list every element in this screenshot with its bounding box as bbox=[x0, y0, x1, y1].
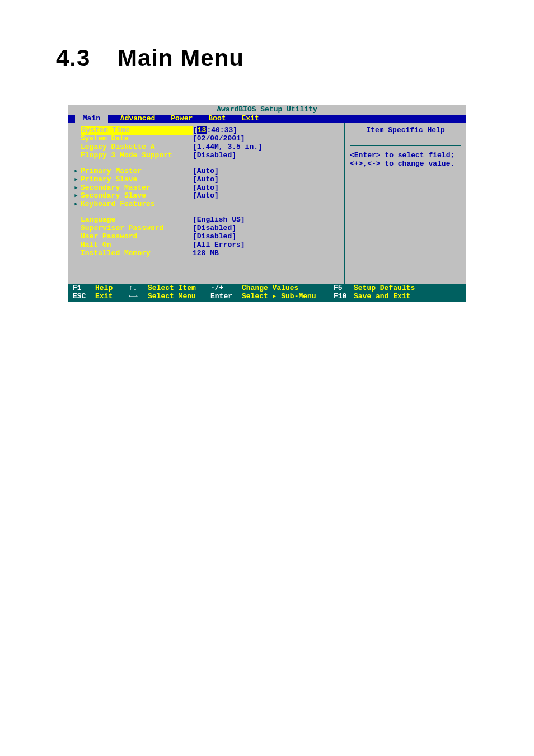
field-value: [Auto] bbox=[193, 184, 219, 192]
row-primary-master[interactable]: ▸ Primary Master [Auto] bbox=[74, 167, 339, 176]
help-title: Item Specific Help bbox=[350, 126, 461, 146]
footer-key: Enter bbox=[210, 293, 242, 301]
row-secondary-slave[interactable]: ▸ Secondary Slave [Auto] bbox=[74, 192, 339, 200]
footer-desc: Help bbox=[95, 284, 129, 293]
tab-main[interactable]: Main bbox=[75, 115, 108, 123]
field-label: Legacy Diskette A bbox=[81, 143, 193, 152]
row-system-time[interactable]: System Time [13:40:33] bbox=[74, 126, 339, 135]
field-value: [Auto] bbox=[193, 176, 219, 184]
row-supervisor-password[interactable]: Supervisor Password [Disabled] bbox=[74, 224, 339, 233]
tab-advanced[interactable]: Advanced bbox=[113, 115, 163, 123]
footer-key: ←→ bbox=[129, 293, 148, 301]
footer-desc: Setup Defaults bbox=[354, 284, 415, 293]
row-language[interactable]: Language [English US] bbox=[74, 216, 339, 224]
row-legacy-diskette-a[interactable]: Legacy Diskette A [1.44M, 3.5 in.] bbox=[74, 143, 339, 152]
tab-boot[interactable]: Boot bbox=[200, 115, 233, 123]
blank-row bbox=[74, 160, 339, 167]
field-value: [Auto] bbox=[193, 167, 219, 176]
field-value: [13:40:33] bbox=[193, 126, 237, 135]
footer-desc: Select ▸ Sub-Menu bbox=[242, 293, 334, 301]
field-value: 128 MB bbox=[193, 250, 219, 258]
footer-key: -/+ bbox=[210, 284, 242, 293]
field-label: Halt On bbox=[81, 241, 193, 250]
field-value: [Auto] bbox=[193, 192, 219, 200]
tab-power[interactable]: Power bbox=[163, 115, 200, 123]
footer-row-2: ESC Exit ←→ Select Menu Enter Select ▸ S… bbox=[73, 293, 461, 301]
bios-field-panel: System Time [13:40:33] System Date [02/0… bbox=[68, 123, 345, 284]
field-value: [All Errors] bbox=[193, 241, 245, 250]
field-label: Supervisor Password bbox=[81, 224, 193, 233]
heading-number: 4.3 bbox=[56, 45, 118, 72]
submenu-marker-icon: ▸ bbox=[74, 176, 81, 184]
tab-exit[interactable]: Exit bbox=[234, 115, 267, 123]
row-floppy-3-mode[interactable]: Floppy 3 Mode Support [Disabled] bbox=[74, 152, 339, 160]
submenu-marker bbox=[74, 233, 81, 241]
field-label: Language bbox=[81, 216, 193, 224]
submenu-marker-icon: ▸ bbox=[74, 192, 81, 200]
submenu-marker-icon: ▸ bbox=[74, 200, 81, 209]
bios-menubar: Main Advanced Power Boot Exit bbox=[68, 115, 466, 123]
help-text: <Enter> to select field; <+>,<-> to chan… bbox=[350, 152, 461, 168]
bios-body: System Time [13:40:33] System Date [02/0… bbox=[68, 123, 466, 284]
footer-key: F10 bbox=[334, 293, 354, 301]
field-label: Secondary Slave bbox=[81, 192, 193, 200]
footer-key: ↑↓ bbox=[129, 284, 148, 293]
footer-desc: Exit bbox=[95, 293, 129, 301]
bios-footer: F1 Help ↑↓ Select Item -/+ Change Values… bbox=[68, 284, 466, 302]
field-value: [Disabled] bbox=[193, 224, 236, 233]
field-label: Keyboard Features bbox=[81, 200, 193, 209]
page-heading: 4.3Main Menu bbox=[56, 45, 478, 72]
submenu-marker bbox=[74, 143, 81, 152]
field-value: [English US] bbox=[193, 216, 245, 224]
footer-desc: Change Values bbox=[242, 284, 334, 293]
submenu-marker bbox=[74, 216, 81, 224]
submenu-marker bbox=[74, 152, 81, 160]
bios-window: AwardBIOS Setup Utility Main Advanced Po… bbox=[68, 105, 466, 302]
field-value: [1.44M, 3.5 in.] bbox=[193, 143, 263, 152]
row-primary-slave[interactable]: ▸ Primary Slave [Auto] bbox=[74, 176, 339, 184]
submenu-marker bbox=[74, 126, 81, 135]
row-secondary-master[interactable]: ▸ Secondary Master [Auto] bbox=[74, 184, 339, 192]
row-user-password[interactable]: User Password [Disabled] bbox=[74, 233, 339, 241]
blank-row bbox=[74, 265, 339, 273]
submenu-marker bbox=[74, 224, 81, 233]
footer-key: ESC bbox=[73, 293, 95, 301]
row-system-date[interactable]: System Date [02/00/2001] bbox=[74, 135, 339, 143]
field-label: Installed Memory bbox=[81, 250, 193, 258]
bios-help-panel: Item Specific Help <Enter> to select fie… bbox=[345, 123, 466, 284]
field-label: System Time bbox=[81, 126, 193, 135]
blank-row bbox=[74, 258, 339, 265]
submenu-marker bbox=[74, 241, 81, 250]
footer-desc: Save and Exit bbox=[354, 293, 410, 301]
footer-desc: Select Menu bbox=[148, 293, 210, 301]
submenu-marker-icon: ▸ bbox=[74, 184, 81, 192]
footer-key: F5 bbox=[334, 284, 354, 293]
footer-key: F1 bbox=[73, 284, 95, 293]
field-value: [Disabled] bbox=[193, 152, 236, 160]
field-label: System Date bbox=[81, 135, 193, 143]
field-value: [Disabled] bbox=[193, 233, 236, 241]
heading-title: Main Menu bbox=[118, 45, 244, 71]
bios-title: AwardBIOS Setup Utility bbox=[68, 105, 466, 115]
footer-row-1: F1 Help ↑↓ Select Item -/+ Change Values… bbox=[73, 284, 461, 293]
row-installed-memory[interactable]: Installed Memory 128 MB bbox=[74, 250, 339, 258]
field-label: Primary Master bbox=[81, 167, 193, 176]
row-keyboard-features[interactable]: ▸ Keyboard Features bbox=[74, 200, 339, 209]
row-halt-on[interactable]: Halt On [All Errors] bbox=[74, 241, 339, 250]
field-value: [02/00/2001] bbox=[193, 135, 245, 143]
field-label: Primary Slave bbox=[81, 176, 193, 184]
field-label: User Password bbox=[81, 233, 193, 241]
field-label: Secondary Master bbox=[81, 184, 193, 192]
submenu-marker bbox=[74, 135, 81, 143]
submenu-marker-icon: ▸ bbox=[74, 167, 81, 176]
submenu-marker bbox=[74, 250, 81, 258]
footer-desc: Select Item bbox=[148, 284, 210, 293]
field-label: Floppy 3 Mode Support bbox=[81, 152, 193, 160]
